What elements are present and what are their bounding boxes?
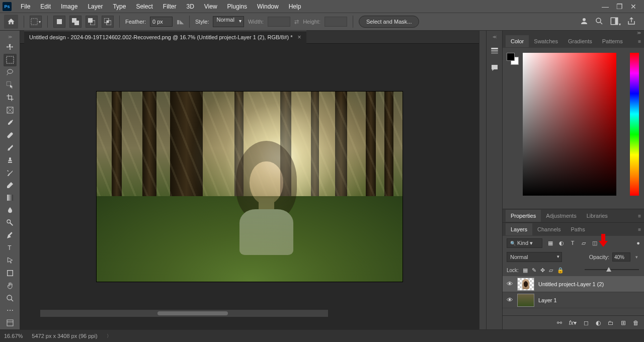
more-tools[interactable]: ⋯ — [4, 304, 17, 317]
menu-view[interactable]: View — [199, 1, 222, 12]
menu-help[interactable]: Help — [284, 1, 306, 12]
selection-tool-preset[interactable]: ▾ — [30, 16, 42, 28]
layer-thumbnail[interactable] — [517, 294, 534, 307]
menu-plugins[interactable]: Plugins — [222, 1, 252, 12]
adjustment-layer-icon[interactable]: ◐ — [596, 319, 601, 326]
lock-pixels-icon[interactable]: ✎ — [532, 267, 536, 274]
path-select-tool[interactable] — [4, 254, 17, 267]
comments-panel-icon[interactable] — [489, 62, 500, 73]
new-selection-icon[interactable] — [53, 16, 65, 28]
antialias-icon[interactable]: ▮◣ — [177, 19, 184, 25]
history-panel-icon[interactable] — [489, 45, 500, 56]
filter-toggle[interactable]: ● — [636, 240, 640, 246]
shape-tool[interactable] — [4, 267, 17, 279]
tab-gradients[interactable]: Gradients — [563, 35, 597, 47]
document-tab[interactable]: Untitled design - 2024-09-19T124602.002-… — [24, 31, 306, 44]
move-tool[interactable] — [4, 41, 17, 54]
fg-bg-swatch[interactable] — [507, 53, 519, 65]
panel-menu-icon[interactable]: ≡ — [638, 39, 641, 44]
edit-toolbar[interactable] — [4, 317, 17, 329]
menu-window[interactable]: Window — [252, 1, 284, 12]
layer-name[interactable]: Untitled project-Layer 1 (2) — [538, 281, 604, 287]
opacity-input[interactable] — [612, 252, 630, 262]
panel-collapse[interactable]: ≫ — [637, 31, 641, 35]
feather-input[interactable] — [150, 17, 173, 27]
tab-channels[interactable]: Channels — [532, 223, 566, 235]
viewport[interactable] — [20, 44, 479, 329]
opacity-dropdown-icon[interactable]: ▾ — [633, 254, 640, 260]
add-selection-icon[interactable] — [69, 16, 82, 28]
share-icon[interactable] — [627, 17, 636, 27]
horizontal-scrollbar[interactable] — [40, 310, 328, 317]
type-tool[interactable]: T — [4, 242, 17, 254]
gradient-tool[interactable] — [4, 192, 17, 204]
filter-kind-select[interactable]: Kind ▾ — [507, 238, 542, 248]
lock-position-icon[interactable]: ✥ — [540, 267, 545, 274]
tab-properties[interactable]: Properties — [506, 210, 541, 222]
filter-adjust-icon[interactable]: ◐ — [557, 239, 566, 247]
frame-tool[interactable] — [4, 104, 17, 117]
hand-tool[interactable] — [4, 279, 17, 292]
brush-tool[interactable] — [4, 141, 17, 154]
layer-thumbnail[interactable] — [517, 278, 534, 291]
menu-image[interactable]: Image — [56, 1, 83, 12]
select-and-mask-button[interactable]: Select and Mask... — [359, 16, 420, 28]
blend-mode-select[interactable]: Normal — [507, 252, 562, 262]
dodge-tool[interactable] — [4, 217, 17, 229]
zoom-level[interactable]: 16.67% — [4, 333, 23, 339]
marquee-tool[interactable] — [4, 54, 17, 66]
layer-style-icon[interactable]: fx▾ — [569, 319, 577, 326]
object-select-tool[interactable] — [4, 79, 17, 92]
pen-tool[interactable] — [4, 229, 17, 242]
visibility-icon[interactable]: 👁 — [507, 296, 513, 304]
tab-paths[interactable]: Paths — [566, 223, 590, 235]
workspace-icon[interactable]: ▾ — [610, 17, 621, 27]
stamp-tool[interactable] — [4, 154, 17, 166]
intersect-selection-icon[interactable] — [102, 16, 114, 28]
status-menu-icon[interactable]: 〉 — [107, 333, 111, 339]
visibility-icon[interactable]: 👁 — [507, 280, 513, 288]
layer-row[interactable]: 👁 Untitled project-Layer 1 (2) — [503, 276, 644, 292]
subtract-selection-icon[interactable] — [86, 16, 98, 28]
group-icon[interactable]: 🗀 — [608, 319, 614, 326]
color-field[interactable] — [523, 53, 616, 196]
dock-expand[interactable]: ≪ — [493, 35, 497, 39]
minimize-button[interactable]: — — [602, 3, 609, 11]
toolbox-collapse[interactable]: ≫ — [8, 35, 12, 39]
cloud-docs-icon[interactable] — [580, 17, 589, 27]
menu-layer[interactable]: Layer — [83, 1, 108, 12]
layer-mask-icon[interactable]: ◻ — [584, 319, 589, 326]
tab-swatches[interactable]: Swatches — [529, 35, 563, 47]
filter-type-icon[interactable]: T — [569, 239, 577, 247]
vertical-scrollbar[interactable] — [479, 31, 486, 329]
panel-menu-icon[interactable]: ≡ — [638, 213, 641, 219]
filter-pixel-icon[interactable]: ▦ — [546, 239, 554, 247]
tab-patterns[interactable]: Patterns — [597, 35, 628, 47]
zoom-tool[interactable] — [4, 292, 17, 304]
style-select[interactable]: Normal — [213, 16, 244, 27]
maximize-button[interactable]: ❐ — [616, 3, 623, 11]
menu-edit[interactable]: Edit — [35, 1, 56, 12]
close-tab-icon[interactable]: × — [298, 34, 301, 41]
tab-color[interactable]: Color — [506, 35, 529, 47]
lock-transparency-icon[interactable]: ▦ — [523, 267, 528, 274]
opacity-slider[interactable] — [585, 267, 639, 272]
menu-select[interactable]: Select — [131, 1, 157, 12]
home-button[interactable] — [4, 15, 18, 29]
delete-layer-icon[interactable]: 🗑 — [633, 319, 639, 326]
menu-type[interactable]: Type — [108, 1, 131, 12]
panel-menu-icon[interactable]: ≡ — [638, 227, 641, 232]
healing-tool[interactable] — [4, 129, 17, 141]
layer-name[interactable]: Layer 1 — [538, 297, 557, 303]
search-icon[interactable] — [595, 17, 604, 27]
tab-adjustments[interactable]: Adjustments — [541, 210, 582, 222]
lock-all-icon[interactable]: 🔒 — [557, 267, 564, 274]
blur-tool[interactable] — [4, 204, 17, 217]
menu-file[interactable]: File — [16, 1, 35, 12]
hue-slider[interactable] — [630, 53, 639, 196]
history-brush-tool[interactable] — [4, 166, 17, 179]
eraser-tool[interactable] — [4, 179, 17, 192]
crop-tool[interactable] — [4, 92, 17, 104]
layer-row[interactable]: 👁 Layer 1 — [503, 292, 644, 308]
link-layers-icon[interactable]: ⚯ — [557, 319, 562, 326]
